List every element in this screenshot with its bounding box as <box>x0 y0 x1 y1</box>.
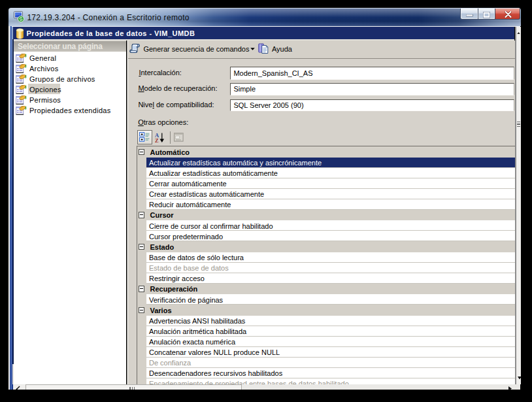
svg-text:Z: Z <box>155 137 159 143</box>
